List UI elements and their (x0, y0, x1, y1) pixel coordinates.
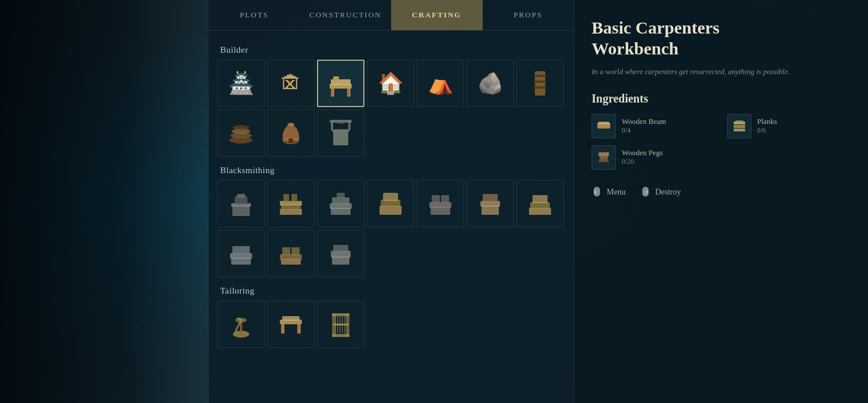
svg-rect-67 (332, 313, 349, 316)
svg-rect-77 (597, 123, 610, 124)
wooden-beam-count: 0/4 (622, 126, 666, 135)
item-kiln[interactable] (267, 109, 315, 157)
svg-rect-8 (534, 86, 546, 89)
well-icon (325, 118, 356, 149)
item-smithy6[interactable] (466, 180, 514, 228)
bench-icon (275, 313, 307, 336)
svg-rect-81 (734, 129, 745, 131)
menu-label: Menu (607, 188, 626, 197)
svg-rect-47 (533, 195, 548, 203)
kiln-icon (276, 118, 305, 149)
item-smithy4[interactable] (367, 180, 414, 228)
svg-rect-25 (237, 194, 245, 197)
wooden-pegs-icon (592, 145, 616, 170)
svg-rect-17 (332, 129, 349, 132)
svg-rect-38 (431, 207, 450, 215)
tab-plots[interactable]: PLOTS (209, 0, 300, 30)
destroy-label: Destroy (655, 188, 681, 197)
destroy-button[interactable]: Destroy (640, 187, 681, 197)
item-description: In a world where carpenters get resurrec… (592, 66, 851, 78)
smithy4-icon (375, 188, 406, 219)
info-panel: Basic CarpentersWorkbench In a world whe… (574, 0, 868, 403)
smithy8-icon (225, 238, 257, 269)
smithy6-icon (475, 188, 506, 219)
svg-rect-2 (347, 89, 351, 97)
svg-rect-15 (289, 138, 293, 143)
item-smithy7[interactable] (516, 180, 564, 228)
smithy5-icon (425, 188, 456, 219)
svg-rect-35 (380, 206, 402, 215)
item-smithy5[interactable] (417, 180, 464, 228)
svg-rect-74 (333, 324, 348, 325)
left-shadow (0, 0, 209, 403)
tab-props[interactable]: PROPS (483, 0, 574, 30)
svg-rect-64 (282, 316, 300, 321)
item-stonepile[interactable]: 🪨 (466, 60, 514, 107)
svg-rect-29 (283, 194, 289, 202)
item-loom[interactable] (317, 301, 364, 348)
item-smithy3[interactable] (317, 180, 364, 228)
svg-rect-80 (734, 125, 745, 128)
item-logpile[interactable] (217, 109, 265, 157)
ingredient-planks: Planks 0/6 (727, 114, 851, 138)
builder-grid: 🏯 🏚 🏠 (217, 60, 565, 157)
svg-rect-21 (337, 122, 344, 124)
blacksmithing-grid (217, 180, 565, 277)
item-workbench[interactable] (317, 60, 364, 107)
menu-button[interactable]: Menu (592, 187, 626, 197)
item-smithy9[interactable] (267, 230, 315, 277)
item-well[interactable] (317, 109, 364, 157)
ingredients-title: Ingredients (592, 92, 851, 105)
smithy9-icon (275, 238, 307, 269)
item-watchtower[interactable]: 🏯 (217, 60, 265, 107)
item-smithy2[interactable] (267, 180, 315, 228)
svg-rect-1 (331, 89, 334, 97)
svg-rect-30 (291, 194, 297, 202)
svg-marker-84 (599, 159, 609, 162)
main-panel: PLOTS CONSTRUCTION CRAFTING PROPS Builde… (209, 0, 574, 403)
action-buttons: Menu Destroy (592, 187, 851, 197)
left-mouse-icon (592, 187, 602, 197)
wooden-beam-icon (592, 114, 616, 138)
scroll-content[interactable]: Builder 🏯 🏚 (209, 31, 574, 399)
logpile-icon (225, 122, 257, 145)
svg-rect-55 (332, 257, 349, 265)
item-barrel[interactable] (516, 60, 564, 107)
svg-rect-37 (383, 193, 398, 201)
svg-rect-79 (734, 122, 745, 124)
svg-rect-16 (333, 130, 348, 145)
planks-count: 0/6 (757, 126, 778, 135)
smithy10-icon (325, 238, 356, 269)
svg-rect-42 (482, 206, 499, 215)
svg-rect-22 (232, 206, 250, 216)
svg-rect-83 (600, 156, 608, 159)
svg-rect-53 (282, 247, 290, 255)
item-smithy8[interactable] (217, 230, 265, 277)
svg-rect-4 (333, 76, 339, 80)
item-smithy1[interactable] (217, 180, 265, 228)
item-smithy10[interactable] (317, 230, 364, 277)
ingredients-grid: Wooden Beam 0/4 Planks 0/6 (592, 114, 851, 170)
smithy7-icon (524, 188, 556, 219)
svg-rect-24 (235, 196, 247, 204)
item-tent[interactable]: ⛺ (417, 60, 464, 107)
section-tailoring: Tailoring (217, 286, 565, 348)
spindle-icon (227, 309, 256, 340)
section-label-blacksmithing: Blacksmithing (220, 166, 565, 175)
svg-rect-34 (337, 193, 345, 199)
section-builder: Builder 🏯 🏚 (217, 45, 565, 157)
item-farmhouse[interactable]: 🏚 (267, 60, 315, 107)
planks-name: Planks (757, 117, 778, 127)
wooden-pegs-count: 0/20 (622, 157, 663, 166)
item-spindle[interactable] (217, 301, 265, 348)
tab-construction[interactable]: CONSTRUCTION (300, 0, 392, 30)
svg-point-12 (233, 125, 249, 130)
svg-rect-90 (594, 190, 597, 194)
item-bench[interactable] (267, 301, 315, 348)
svg-rect-54 (291, 247, 300, 255)
section-label-tailoring: Tailoring (220, 286, 565, 296)
item-longhouse[interactable]: 🏠 (367, 60, 414, 107)
right-mouse-icon (640, 187, 651, 197)
svg-rect-57 (333, 245, 348, 252)
tab-crafting[interactable]: CRAFTING (391, 0, 483, 30)
